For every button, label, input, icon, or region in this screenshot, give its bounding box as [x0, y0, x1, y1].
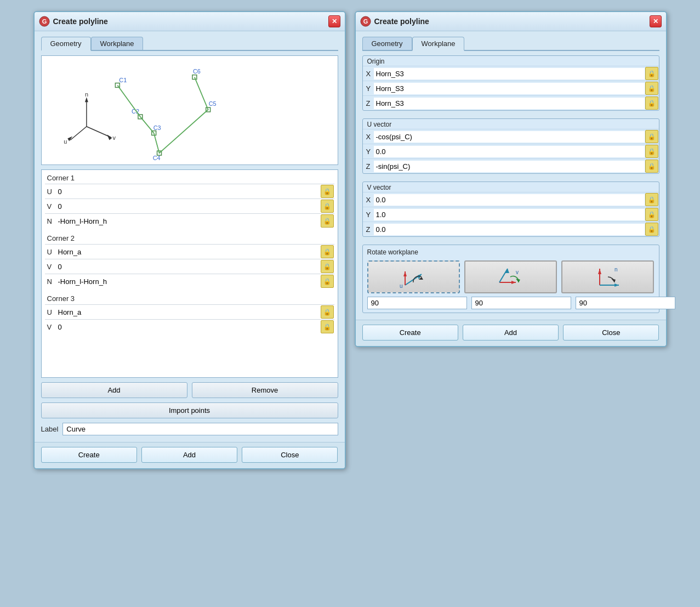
app-icon-left: G: [39, 16, 50, 27]
svg-text:v: v: [112, 134, 116, 141]
app-icon-right: G: [360, 16, 371, 27]
right-add-button[interactable]: Add: [463, 325, 559, 341]
v-vector-x-label: X: [363, 194, 374, 206]
corner-3-section: Corner 3 U 🔒 V 🔒: [42, 291, 338, 336]
right-create-button[interactable]: Create: [362, 325, 458, 341]
rotate-n-value[interactable]: [576, 297, 675, 309]
corner-1-v-lock[interactable]: 🔒: [321, 200, 334, 213]
left-close-button[interactable]: ✕: [328, 15, 340, 27]
rotate-v-button[interactable]: v: [464, 260, 557, 293]
u-vector-x-input[interactable]: [374, 131, 645, 143]
origin-y-lock[interactable]: 🔒: [645, 82, 658, 95]
rotate-values-row: [367, 297, 655, 309]
origin-x-lock[interactable]: 🔒: [645, 67, 658, 80]
axis-group: n v u: [64, 91, 116, 145]
add-corner-button[interactable]: Add: [41, 382, 187, 398]
u-vector-z-row: Z 🔒: [363, 158, 659, 173]
tab-workplane-left[interactable]: Workplane: [91, 37, 144, 50]
u-vector-z-lock[interactable]: 🔒: [645, 160, 658, 173]
corner-3-v-input[interactable]: [56, 322, 320, 332]
label-input[interactable]: [62, 423, 338, 435]
corner-2-n-row: N 🔒: [45, 274, 334, 288]
svg-text:C3: C3: [153, 124, 161, 131]
corner-list[interactable]: Corner 1 U 🔒 V 🔒 N 🔒: [41, 169, 338, 378]
corner-2-n-lock[interactable]: 🔒: [321, 275, 334, 288]
v-vector-x-lock[interactable]: 🔒: [645, 193, 658, 206]
svg-text:n: n: [614, 266, 618, 273]
rotate-v-value[interactable]: [471, 297, 571, 309]
corner-2-v-label: V: [45, 261, 56, 273]
origin-x-row: X 🔒: [363, 66, 659, 81]
add-remove-row: Add Remove: [41, 382, 338, 398]
corner-2-v-lock[interactable]: 🔒: [321, 260, 334, 273]
v-vector-title: V vector: [363, 182, 659, 192]
import-points-button[interactable]: Import points: [41, 402, 338, 418]
right-close-button[interactable]: ✕: [650, 15, 662, 27]
v-vector-y-row: Y 🔒: [363, 207, 659, 222]
corner-1-u-input[interactable]: [56, 186, 320, 197]
right-title-bar: G Create polyline ✕: [356, 12, 666, 31]
v-vector-y-input[interactable]: [374, 209, 645, 220]
rotate-title: Rotate workplane: [367, 248, 655, 256]
corner-3-u-lock[interactable]: 🔒: [321, 305, 334, 319]
rotate-n-button[interactable]: n: [561, 260, 654, 293]
label-text: Label: [41, 425, 59, 433]
u-vector-x-label: X: [363, 131, 374, 143]
v-vector-x-input[interactable]: [374, 194, 645, 206]
corner-2-n-input[interactable]: [56, 276, 320, 287]
corner-3-u-input[interactable]: [56, 307, 320, 317]
right-bottom-buttons: Create Add Close: [356, 320, 666, 346]
corner-1-v-input[interactable]: [56, 201, 320, 212]
u-vector-y-input[interactable]: [374, 146, 645, 157]
corner-2-v-input[interactable]: [56, 262, 320, 272]
corner-1-v-label: V: [45, 201, 56, 212]
origin-x-label: X: [363, 68, 374, 80]
u-vector-x-row: X 🔒: [363, 129, 659, 144]
v-vector-z-lock[interactable]: 🔒: [645, 223, 658, 236]
u-vector-x-lock[interactable]: 🔒: [645, 130, 658, 143]
label-row: Label: [41, 423, 338, 435]
tab-geometry-left[interactable]: Geometry: [41, 37, 91, 51]
svg-text:C1: C1: [119, 77, 127, 83]
corner-3-header: Corner 3: [45, 293, 334, 304]
u-vector-z-input[interactable]: [374, 161, 645, 172]
u-vector-z-label: Z: [363, 161, 374, 172]
tab-workplane-right[interactable]: Workplane: [412, 37, 465, 51]
left-dialog-title: Create polyline: [53, 17, 108, 26]
left-create-button[interactable]: Create: [41, 447, 137, 463]
rotate-u-value[interactable]: [367, 297, 467, 309]
remove-corner-button[interactable]: Remove: [192, 382, 338, 398]
left-tabs: Geometry Workplane: [41, 37, 338, 51]
right-close-button[interactable]: Close: [563, 325, 659, 341]
tab-geometry-right[interactable]: Geometry: [362, 37, 412, 50]
corner-1-n-label: N: [45, 215, 56, 227]
corner-2-u-input[interactable]: [56, 247, 320, 257]
u-vector-section: U vector X 🔒 Y 🔒 Z 🔒: [362, 118, 659, 174]
origin-x-input[interactable]: [374, 68, 645, 80]
corner-1-n-input[interactable]: [56, 216, 320, 226]
corner-1-n-lock[interactable]: 🔒: [321, 214, 334, 228]
origin-z-input[interactable]: [374, 98, 645, 109]
u-vector-y-lock[interactable]: 🔒: [645, 145, 658, 158]
v-vector-z-input[interactable]: [374, 224, 645, 235]
corner-2-u-lock[interactable]: 🔒: [321, 245, 334, 258]
left-add-button[interactable]: Add: [141, 447, 237, 463]
origin-z-lock[interactable]: 🔒: [645, 97, 658, 110]
origin-y-input[interactable]: [374, 83, 645, 94]
rotate-u-icon: u: [397, 263, 430, 291]
svg-marker-40: [614, 283, 619, 287]
corner-3-v-lock[interactable]: 🔒: [321, 320, 334, 333]
rotate-u-button[interactable]: u: [367, 260, 460, 293]
right-dialog-title: Create polyline: [374, 17, 429, 26]
svg-marker-32: [511, 281, 516, 284]
v-vector-z-row: Z 🔒: [363, 222, 659, 236]
origin-section: Origin X 🔒 Y 🔒 Z 🔒: [362, 55, 659, 111]
svg-text:G: G: [363, 18, 368, 25]
corner-1-u-lock[interactable]: 🔒: [321, 185, 334, 198]
v-vector-y-lock[interactable]: 🔒: [645, 208, 658, 221]
svg-text:C5: C5: [208, 100, 216, 107]
left-close-button[interactable]: Close: [242, 447, 338, 463]
rotate-buttons: u v: [367, 260, 655, 293]
corner-1-u-row: U 🔒: [45, 184, 334, 198]
corner-3-u-row: U 🔒: [45, 304, 334, 319]
